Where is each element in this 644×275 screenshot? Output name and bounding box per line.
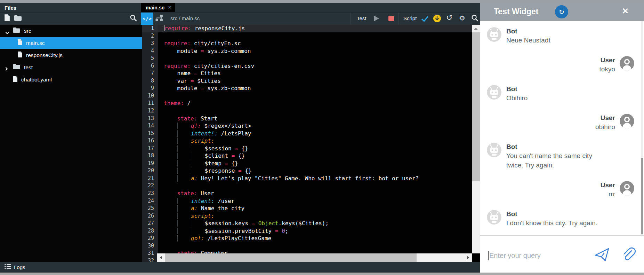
code-line-25[interactable]: a: Name the city xyxy=(158,205,472,212)
line-number: 12 xyxy=(142,107,158,115)
tree-item-test[interactable]: test xyxy=(0,61,142,73)
code-line-13[interactable]: state: Start xyxy=(158,115,472,123)
code-line-6[interactable]: require: city/cities-en.csv xyxy=(158,62,472,70)
script-valid-check-icon xyxy=(421,16,429,22)
editor-vertical-scrollbar[interactable] xyxy=(472,25,480,253)
line-number: 17 xyxy=(142,145,158,152)
code-line-16[interactable]: script: xyxy=(158,137,472,145)
code-line-2[interactable] xyxy=(158,32,472,40)
attach-file-button[interactable] xyxy=(620,247,636,263)
run-test-button[interactable] xyxy=(374,15,379,22)
code-line-8[interactable]: var = $Cities xyxy=(158,77,472,85)
code-line-12[interactable] xyxy=(158,107,472,115)
code-line-3[interactable]: require: city/cityEn.sc xyxy=(158,40,472,47)
chat-scroll-thumb[interactable] xyxy=(641,158,643,234)
editor-horizontal-scrollbar[interactable] xyxy=(157,253,472,262)
tree-item-label: chatbot.yaml xyxy=(21,77,52,83)
message-text: You can't name the same city twice. Try … xyxy=(506,151,611,170)
tab-close-icon[interactable]: ✕ xyxy=(168,5,172,10)
code-line-4[interactable]: module = sys.zb-common xyxy=(158,47,472,55)
code-line-7[interactable]: name = Cities xyxy=(158,70,472,77)
new-folder-button[interactable] xyxy=(13,16,22,22)
graph-view-button[interactable] xyxy=(155,15,163,22)
gear-icon: ⚙ xyxy=(459,14,465,22)
tree-item-label: src xyxy=(24,28,31,34)
file-icon xyxy=(17,39,23,47)
editor-search-button[interactable] xyxy=(471,15,478,22)
restart-session-button[interactable]: ↻ xyxy=(555,5,568,18)
code-line-26[interactable]: script: xyxy=(158,212,472,220)
new-file-button[interactable] xyxy=(3,14,11,23)
code-line-5[interactable] xyxy=(158,55,472,62)
code-line-24[interactable]: intent: /user xyxy=(158,197,472,205)
scroll-right-icon[interactable] xyxy=(464,253,472,262)
send-button[interactable] xyxy=(594,247,610,263)
tree-item-main.sc[interactable]: main.sc xyxy=(0,37,142,49)
line-number: 19 xyxy=(142,160,158,167)
line-number: 7 xyxy=(142,70,158,77)
code-line-17[interactable]: $session = {} xyxy=(158,145,472,152)
settings-button[interactable]: ⚙ xyxy=(459,14,465,22)
stop-test-button[interactable] xyxy=(388,16,394,21)
play-icon xyxy=(374,17,379,23)
horizontal-scroll-thumb[interactable] xyxy=(165,253,417,262)
code-line-21[interactable]: a: Hey! Let's play "Cities" Game. Who wi… xyxy=(158,175,472,182)
toolbar-separator xyxy=(351,13,351,25)
tree-item-chatbot.yaml[interactable]: chatbot.yaml xyxy=(0,73,142,86)
scroll-up-icon[interactable] xyxy=(472,25,480,32)
paperclip-icon xyxy=(620,246,636,264)
line-number: 10 xyxy=(142,92,158,100)
code-line-29[interactable]: go!: /LetsPlayCitiesGame xyxy=(158,235,472,242)
code-line-1[interactable]: require: responseCity.js xyxy=(158,25,472,32)
line-number: 5 xyxy=(142,55,158,62)
code-line-18[interactable]: $client = {} xyxy=(158,152,472,160)
tree-item-src[interactable]: src xyxy=(0,25,142,37)
code-line-10[interactable] xyxy=(158,92,472,100)
code-line-9[interactable]: module = sys.zb-common xyxy=(158,85,472,92)
close-widget-button[interactable]: ✕ xyxy=(622,6,629,16)
test-widget-title: Test Widget xyxy=(494,7,538,16)
code-editor[interactable]: require: responseCity.jsrequire: city/ci… xyxy=(158,25,472,262)
query-input-area[interactable]: Enter your query xyxy=(480,235,644,273)
deploy-button[interactable] xyxy=(433,15,441,22)
tab-label: main.sc xyxy=(146,5,164,10)
code-line-23[interactable]: state: User xyxy=(158,190,472,197)
search-icon xyxy=(471,14,478,23)
code-line-19[interactable]: $temp = {} xyxy=(158,160,472,167)
code-line-28[interactable]: $session.prevBotCity = 0; xyxy=(158,227,472,235)
files-search-button[interactable] xyxy=(129,15,137,22)
code-line-20[interactable]: $response = {} xyxy=(158,167,472,175)
code-line-30[interactable] xyxy=(158,242,472,250)
code-line-22[interactable] xyxy=(158,182,472,190)
line-number: 15 xyxy=(142,130,158,138)
tree-item-label: test xyxy=(24,64,33,71)
scroll-left-icon[interactable] xyxy=(157,253,165,262)
code-line-27[interactable]: $session.keys = Object.keys($Cities); xyxy=(158,220,472,227)
line-number: 20 xyxy=(142,167,158,175)
graph-view-icon xyxy=(155,14,163,23)
logs-bar[interactable]: Logs xyxy=(0,262,480,273)
bot-avatar xyxy=(487,210,501,225)
tab-main-sc[interactable]: main.sc ✕ xyxy=(141,3,175,12)
code-line-15[interactable]: intent!: /LetsPlay xyxy=(158,130,472,138)
chevron-right-icon[interactable] xyxy=(5,66,9,69)
new-folder-icon xyxy=(14,15,22,23)
chat-scrollbar[interactable] xyxy=(641,21,643,235)
line-number: 11 xyxy=(142,100,158,107)
line-number: 25 xyxy=(142,205,158,212)
logs-list-icon xyxy=(5,264,11,270)
bot-avatar xyxy=(487,85,501,100)
bot-message: BotI don't know this city. Try again. xyxy=(480,210,644,228)
line-number: 27 xyxy=(142,220,158,227)
code-line-14[interactable]: q!: $regex</start> xyxy=(158,122,472,130)
test-label: Test xyxy=(357,15,367,21)
undo-button[interactable]: ↺ xyxy=(446,13,452,22)
code-line-11[interactable]: theme: / xyxy=(158,100,472,107)
tree-item-responseCity.js[interactable]: responseCity.js xyxy=(0,49,142,61)
message-sender: User xyxy=(601,56,615,64)
user-message: Userrrr xyxy=(480,181,644,199)
code-view-button[interactable]: </> xyxy=(141,13,153,25)
line-number: 28 xyxy=(142,227,158,235)
vertical-scroll-thumb[interactable] xyxy=(472,32,480,181)
chevron-down-icon[interactable] xyxy=(5,30,9,32)
